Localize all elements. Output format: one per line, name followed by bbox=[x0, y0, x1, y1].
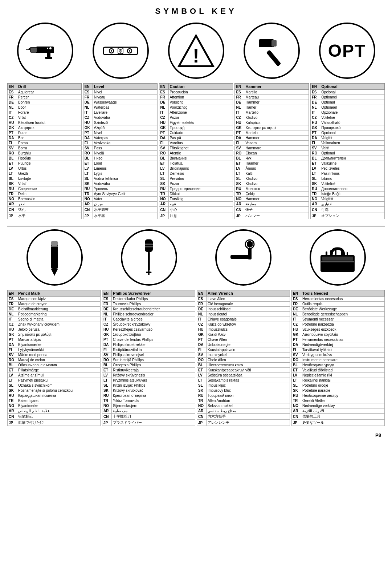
table-row: FRNiveau bbox=[83, 95, 157, 100]
lang-value: Hamer bbox=[244, 105, 309, 110]
table-row: SLPotrebno orodje bbox=[292, 383, 385, 388]
lang-code: FI bbox=[292, 347, 301, 353]
svg-rect-25 bbox=[51, 246, 58, 247]
svg-rect-5 bbox=[26, 49, 30, 50]
lang-value: Vodováha bbox=[93, 181, 157, 186]
lang-value: Izvrtajte bbox=[17, 176, 82, 181]
lang-code: ET bbox=[83, 161, 93, 166]
lang-value: Cheie Allen bbox=[207, 358, 290, 363]
lang-value: Clé hexagonale bbox=[207, 302, 290, 307]
lang-value: Keresztfejes csavarhúzó bbox=[112, 327, 195, 332]
lang-code: CN bbox=[311, 207, 320, 213]
lang-value: Шестостепенен ключ bbox=[207, 363, 290, 368]
table-row: BLПробив bbox=[8, 156, 82, 161]
table-row: ROMarcaj de creion bbox=[8, 358, 101, 363]
svg-marker-23 bbox=[51, 269, 58, 276]
lang-code: DE bbox=[8, 100, 17, 105]
lang-code: SV bbox=[102, 353, 112, 358]
lang-code: LT bbox=[159, 171, 168, 176]
lang-value: Herramientas necesarias bbox=[301, 297, 385, 302]
table-row: GKΣταυροκατσάβιδο bbox=[102, 332, 195, 337]
table-row: LTPažymėti pieštuku bbox=[8, 378, 101, 383]
table-row: HUImbuszkulcs bbox=[197, 327, 290, 332]
svg-rect-6 bbox=[30, 47, 37, 52]
table-row: ETPuurige bbox=[8, 161, 82, 166]
lang-code: CZ bbox=[235, 115, 244, 120]
lang-value: 锤子 bbox=[244, 207, 309, 213]
lang-value: Vasara bbox=[244, 141, 309, 146]
lang-code: AR bbox=[197, 408, 207, 414]
table-row: RUУровень bbox=[83, 186, 157, 192]
lang-value: Προσοχή bbox=[168, 125, 233, 130]
table-row: SVVerktyg som krävs bbox=[292, 353, 385, 358]
lang-value: Sekskantnøkkel bbox=[207, 403, 290, 408]
lang-value: Vaterpas bbox=[93, 136, 157, 141]
lang-code: TR bbox=[159, 192, 168, 197]
lang-code: NO bbox=[8, 403, 17, 408]
lang-code: FR bbox=[83, 95, 93, 100]
lang-value: Previdno bbox=[168, 176, 233, 181]
table-row: JPハンマー bbox=[235, 213, 309, 219]
lang-value: Vesivaaka bbox=[93, 141, 157, 146]
lang-value: Уровень bbox=[93, 186, 157, 192]
table-row: PTMarcar a lápis bbox=[8, 337, 101, 342]
lang-value: Attenzione bbox=[168, 110, 233, 115]
lang-code: FR bbox=[159, 95, 168, 100]
level-table: EN Level ESNivelFRNiveauDEWasserwaageNLW… bbox=[83, 83, 158, 219]
table-row: GKΔιατρήστε bbox=[8, 125, 82, 130]
lang-code: RU bbox=[8, 393, 17, 398]
lang-code: DE bbox=[8, 307, 17, 312]
table-row: LVĀmurs bbox=[235, 166, 309, 171]
page-number: P8 bbox=[7, 432, 385, 438]
lang-value: Kladivo bbox=[244, 176, 309, 181]
svg-point-8 bbox=[47, 48, 48, 49]
lang-value: Delin bbox=[17, 192, 82, 197]
lang-value: Ferramentas necessárias bbox=[301, 337, 385, 342]
lang-value: Дополнительно bbox=[320, 186, 385, 192]
lang-value: Šroubokret krzyžakowy bbox=[112, 322, 195, 327]
lang-value: Vodna tehtnica bbox=[93, 176, 157, 181]
table-row: LVNepieciešamie rīki bbox=[292, 373, 385, 378]
lang-code: SK bbox=[235, 181, 244, 186]
table-row: SLPrevidno bbox=[159, 176, 233, 181]
table-row: ROOptional bbox=[311, 151, 385, 156]
lang-value: Znak wykonany ołówkiem bbox=[17, 322, 101, 327]
table-row: ARمفتاح ربط سداسي bbox=[197, 408, 290, 414]
lang-code: PT bbox=[197, 337, 207, 342]
lang-code: RO bbox=[8, 358, 17, 363]
lang-code: GK bbox=[311, 125, 320, 130]
lang-value: Kalem İşareti bbox=[17, 398, 101, 403]
table-row: CN铅笔标记 bbox=[8, 414, 101, 420]
lang-value: Dikkat bbox=[168, 192, 233, 197]
lang-code: GK bbox=[8, 332, 17, 337]
lang-value: Választható bbox=[320, 120, 385, 125]
phillips-table: EN Phillips Screwdriver ESDestornillador… bbox=[102, 290, 195, 426]
table-row: SKPozor bbox=[159, 181, 233, 186]
lang-code: CN bbox=[159, 207, 168, 213]
table-row: ITAttenzione bbox=[159, 110, 233, 115]
table-row: ITForare bbox=[8, 110, 82, 115]
lang-value: Grežti bbox=[17, 171, 82, 176]
lang-code: CN bbox=[292, 414, 301, 420]
table-row: SLKrižni izvijač Phillips bbox=[102, 383, 195, 388]
lang-value: Märke med penna bbox=[17, 353, 101, 358]
lang-code: NL bbox=[159, 105, 168, 110]
lang-code: SL bbox=[311, 176, 320, 181]
table-row: LTKryžminis atsuktuvas bbox=[102, 378, 195, 383]
lang-value: Lygis bbox=[93, 171, 157, 176]
lang-value: Benötigte Werkzeuge bbox=[301, 307, 385, 312]
lang-code: SV bbox=[235, 146, 244, 151]
lang-value: Șurubelniță Phillips bbox=[112, 358, 195, 363]
table-row: ROAtenție bbox=[159, 151, 233, 156]
table-row: GKΠροσοχή bbox=[159, 125, 233, 130]
lang-code: HU bbox=[292, 327, 301, 332]
lang-code: DE bbox=[102, 307, 112, 312]
lang-code: DA bbox=[83, 136, 93, 141]
lang-code: SL bbox=[8, 383, 17, 388]
table-row: ETPliiatsimärge bbox=[8, 368, 101, 373]
lang-value: Marque con lápiz bbox=[17, 297, 101, 302]
table-row: ESHerramientas necesarias bbox=[292, 297, 385, 302]
svg-rect-30 bbox=[145, 243, 153, 245]
lang-value: Līmenis bbox=[93, 166, 157, 171]
table-row: RUПредостережение bbox=[159, 186, 233, 192]
